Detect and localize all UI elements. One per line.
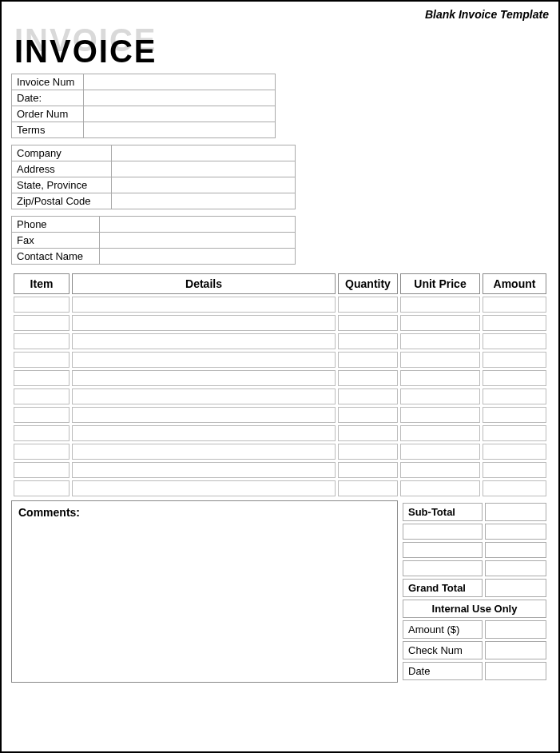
table-cell[interactable] bbox=[400, 297, 480, 313]
table-cell[interactable] bbox=[72, 462, 336, 478]
comments-box[interactable]: Comments: bbox=[11, 500, 398, 683]
table-cell[interactable] bbox=[483, 444, 546, 460]
field-phone[interactable] bbox=[100, 217, 296, 233]
field-terms[interactable] bbox=[84, 122, 276, 138]
blank-total-row-label[interactable] bbox=[403, 542, 483, 558]
field-internal-date[interactable] bbox=[485, 662, 546, 680]
table-cell[interactable] bbox=[400, 480, 480, 496]
table-cell[interactable] bbox=[400, 425, 480, 441]
table-cell[interactable] bbox=[338, 388, 398, 404]
contact-info-block: Phone Fax Contact Name bbox=[11, 216, 296, 265]
table-cell[interactable] bbox=[338, 297, 398, 313]
label-invoice-num: Invoice Num bbox=[12, 74, 84, 90]
table-cell[interactable] bbox=[483, 370, 546, 386]
table-cell[interactable] bbox=[72, 388, 336, 404]
table-cell[interactable] bbox=[338, 370, 398, 386]
table-cell[interactable] bbox=[14, 333, 70, 349]
totals-block: Sub-Total Grand Total bbox=[400, 500, 549, 683]
label-order-num: Order Num bbox=[12, 106, 84, 122]
table-cell[interactable] bbox=[72, 480, 336, 496]
field-company[interactable] bbox=[112, 145, 296, 161]
label-amount-dollar: Amount ($) bbox=[403, 620, 483, 639]
table-row bbox=[14, 480, 546, 496]
table-cell[interactable] bbox=[14, 352, 70, 368]
table-cell[interactable] bbox=[72, 425, 336, 441]
label-fax: Fax bbox=[12, 233, 100, 249]
table-cell[interactable] bbox=[483, 425, 546, 441]
table-cell[interactable] bbox=[483, 352, 546, 368]
field-invoice-num[interactable] bbox=[84, 74, 276, 90]
blank-total-row-value[interactable] bbox=[485, 560, 546, 576]
table-cell[interactable] bbox=[400, 315, 480, 331]
table-cell[interactable] bbox=[72, 297, 336, 313]
table-cell[interactable] bbox=[14, 370, 70, 386]
table-cell[interactable] bbox=[400, 407, 480, 423]
table-cell[interactable] bbox=[483, 315, 546, 331]
field-check-num[interactable] bbox=[485, 641, 546, 659]
table-cell[interactable] bbox=[14, 425, 70, 441]
blank-total-row-value[interactable] bbox=[485, 524, 546, 540]
table-cell[interactable] bbox=[400, 462, 480, 478]
table-cell[interactable] bbox=[338, 462, 398, 478]
table-cell[interactable] bbox=[338, 425, 398, 441]
col-quantity: Quantity bbox=[338, 273, 398, 294]
table-cell[interactable] bbox=[14, 480, 70, 496]
table-cell[interactable] bbox=[400, 333, 480, 349]
table-cell[interactable] bbox=[72, 315, 336, 331]
field-zip[interactable] bbox=[112, 193, 296, 209]
table-cell[interactable] bbox=[483, 388, 546, 404]
table-header-row: Item Details Quantity Unit Price Amount bbox=[14, 273, 546, 294]
table-row bbox=[14, 333, 546, 349]
col-amount: Amount bbox=[483, 273, 546, 294]
table-cell[interactable] bbox=[338, 444, 398, 460]
field-amount-dollar[interactable] bbox=[485, 620, 546, 639]
field-fax[interactable] bbox=[100, 233, 296, 249]
table-cell[interactable] bbox=[338, 333, 398, 349]
label-contact: Contact Name bbox=[12, 249, 100, 265]
table-cell[interactable] bbox=[483, 480, 546, 496]
table-row bbox=[14, 425, 546, 441]
table-cell[interactable] bbox=[483, 407, 546, 423]
field-sub-total[interactable] bbox=[485, 503, 546, 521]
table-row bbox=[14, 315, 546, 331]
table-cell[interactable] bbox=[72, 370, 336, 386]
table-cell[interactable] bbox=[14, 388, 70, 404]
table-cell[interactable] bbox=[483, 297, 546, 313]
field-order-num[interactable] bbox=[84, 106, 276, 122]
table-cell[interactable] bbox=[14, 315, 70, 331]
table-cell[interactable] bbox=[483, 462, 546, 478]
table-cell[interactable] bbox=[483, 333, 546, 349]
table-cell[interactable] bbox=[14, 462, 70, 478]
field-address[interactable] bbox=[112, 161, 296, 177]
label-company: Company bbox=[12, 145, 112, 161]
field-state[interactable] bbox=[112, 177, 296, 193]
label-address: Address bbox=[12, 161, 112, 177]
table-cell[interactable] bbox=[338, 352, 398, 368]
blank-total-row-label[interactable] bbox=[403, 560, 483, 576]
table-cell[interactable] bbox=[72, 444, 336, 460]
table-cell[interactable] bbox=[400, 370, 480, 386]
table-cell[interactable] bbox=[72, 407, 336, 423]
label-check-num: Check Num bbox=[403, 641, 483, 659]
table-cell[interactable] bbox=[338, 480, 398, 496]
blank-total-row-value[interactable] bbox=[485, 542, 546, 558]
label-terms: Terms bbox=[12, 122, 84, 138]
label-grand-total: Grand Total bbox=[403, 579, 483, 597]
label-phone: Phone bbox=[12, 217, 100, 233]
table-cell[interactable] bbox=[400, 388, 480, 404]
table-cell[interactable] bbox=[72, 333, 336, 349]
table-cell[interactable] bbox=[400, 444, 480, 460]
table-cell[interactable] bbox=[400, 352, 480, 368]
table-cell[interactable] bbox=[72, 352, 336, 368]
blank-total-row-label[interactable] bbox=[403, 524, 483, 540]
label-internal-date: Date bbox=[403, 662, 483, 680]
table-cell[interactable] bbox=[14, 297, 70, 313]
field-date[interactable] bbox=[84, 90, 276, 106]
field-grand-total[interactable] bbox=[485, 579, 546, 597]
table-cell[interactable] bbox=[338, 315, 398, 331]
label-zip: Zip/Postal Code bbox=[12, 193, 112, 209]
table-cell[interactable] bbox=[14, 407, 70, 423]
table-cell[interactable] bbox=[338, 407, 398, 423]
table-cell[interactable] bbox=[14, 444, 70, 460]
field-contact[interactable] bbox=[100, 249, 296, 265]
